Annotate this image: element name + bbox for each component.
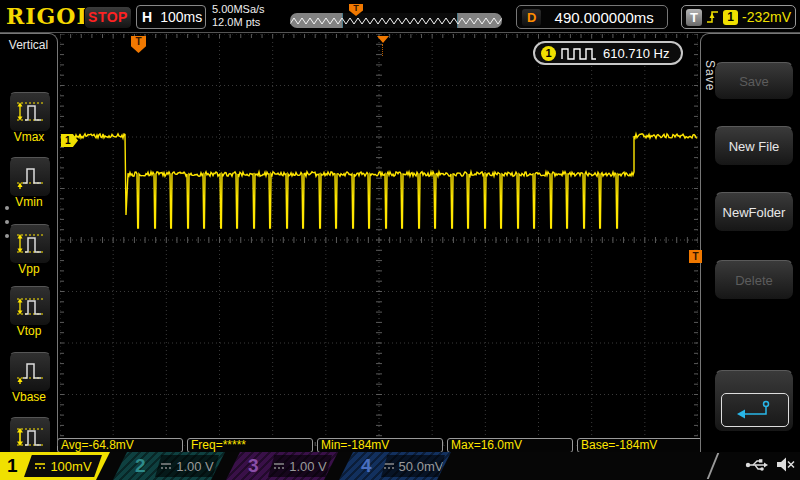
memory-depth: 12.0M pts: [212, 16, 265, 29]
horizontal-center-marker-line: [382, 44, 383, 56]
dc-coupling-icon: [160, 461, 172, 471]
vamp-button[interactable]: [9, 417, 51, 457]
delay-display: D 490.000000ms: [516, 5, 668, 29]
dc-coupling-icon: [273, 461, 285, 471]
oscilloscope-screen: RIGOL STOP H 100ms 5.00MSa/s 12.0M pts T…: [0, 0, 800, 480]
trigger-source-badge: 1: [723, 10, 738, 25]
vmin-icon: [15, 163, 45, 191]
acquisition-info: 5.00MSa/s 12.0M pts: [212, 3, 265, 29]
menu-page-dot: [5, 220, 9, 224]
dc-coupling-icon: [34, 461, 46, 471]
channel-status-bar: 1 100mV 2 1.00 V 3: [0, 452, 800, 480]
vbase-label: Vbase: [0, 390, 58, 404]
vbase-button[interactable]: [9, 352, 51, 392]
vbase-icon: [15, 358, 45, 386]
channel4-number: 4: [361, 454, 372, 478]
menu-page-dot: [5, 206, 9, 210]
top-status-bar: RIGOL STOP H 100ms 5.00MSa/s 12.0M pts T…: [0, 0, 800, 33]
square-wave-icon: [561, 47, 597, 60]
status-icons: [745, 456, 796, 474]
measurement-freq: Freq=*****: [187, 438, 313, 453]
trigger-label: T: [686, 9, 702, 26]
rising-edge-icon: [706, 9, 719, 25]
back-button-frame: [721, 393, 789, 427]
vmax-label: Vmax: [0, 130, 58, 144]
horizontal-label: H: [142, 9, 152, 25]
vertical-measure-menu: Vertical Vmax Vmin: [0, 33, 58, 446]
save-menu: Save Save New File NewFolder Delete: [700, 33, 800, 452]
thumbnail-wave: [290, 13, 502, 28]
waveform-overview-thumbnail[interactable]: [290, 13, 502, 28]
vmax-icon: [15, 98, 45, 126]
vamp-icon: [15, 423, 45, 451]
vmax-button[interactable]: [9, 92, 51, 132]
timebase-value: 100ms: [160, 9, 202, 25]
delay-value: 490.000000ms: [541, 9, 667, 26]
vtop-label: Vtop: [0, 324, 58, 338]
sample-rate: 5.00MSa/s: [212, 3, 265, 16]
back-button[interactable]: [714, 370, 794, 432]
run-stop-state[interactable]: STOP: [84, 6, 132, 29]
channel3-scale: 1.00 V: [268, 455, 332, 477]
trigger-level-value: -232mV: [742, 9, 791, 25]
vtop-button[interactable]: [9, 286, 51, 326]
frequency-counter: 1 610.710 Hz: [533, 41, 683, 65]
vpp-button[interactable]: [9, 224, 51, 264]
channel1-number: 1: [7, 454, 18, 478]
measurement-avg: Avg=-64.8mV: [57, 438, 183, 453]
trigger-level-marker[interactable]: T: [689, 250, 702, 263]
return-arrow-icon: [735, 398, 775, 422]
frequency-counter-value: 610.710 Hz: [603, 46, 670, 61]
channel2-scale: 1.00 V: [155, 455, 219, 477]
new-file-button[interactable]: New File: [714, 126, 794, 166]
frequency-counter-source-badge: 1: [541, 46, 556, 61]
channel1-scale: 100mV: [24, 455, 102, 477]
channel3-chip[interactable]: 3 1.00 V: [226, 452, 338, 480]
channel2-number: 2: [135, 454, 146, 478]
left-menu-title: Vertical: [0, 34, 57, 52]
horizontal-timebase-display[interactable]: H 100ms: [136, 5, 206, 29]
delete-button[interactable]: Delete: [714, 260, 794, 300]
delay-label: D: [522, 9, 541, 26]
waveform-display: [60, 34, 698, 446]
channel4-scale: 50.0mV: [381, 455, 445, 477]
menu-page-dot: [5, 234, 9, 238]
channel4-chip[interactable]: 4 50.0mV: [339, 452, 451, 480]
measurement-min: Min=-184mV: [317, 438, 443, 453]
measurement-base: Base=-184mV: [577, 438, 703, 453]
trigger-status-display[interactable]: T 1 -232mV: [681, 5, 796, 29]
channel2-chip[interactable]: 2 1.00 V: [113, 452, 225, 480]
vpp-icon: [15, 230, 45, 258]
vpp-label: Vpp: [0, 262, 58, 276]
usb-icon: [745, 456, 769, 474]
vtop-icon: [15, 292, 45, 320]
new-folder-button[interactable]: NewFolder: [714, 192, 794, 232]
speaker-muted-icon: [776, 456, 796, 474]
channel1-chip[interactable]: 1 100mV: [0, 452, 112, 480]
measurement-max: Max=16.0mV: [447, 438, 573, 453]
channel3-number: 3: [248, 454, 259, 478]
channel1-trace: [75, 134, 697, 228]
statusbar-divider: [707, 453, 720, 479]
rigol-logo: RIGOL: [6, 3, 93, 29]
save-button[interactable]: Save: [714, 62, 794, 100]
horizontal-center-marker-icon: [377, 36, 389, 43]
vmin-button[interactable]: [9, 157, 51, 197]
